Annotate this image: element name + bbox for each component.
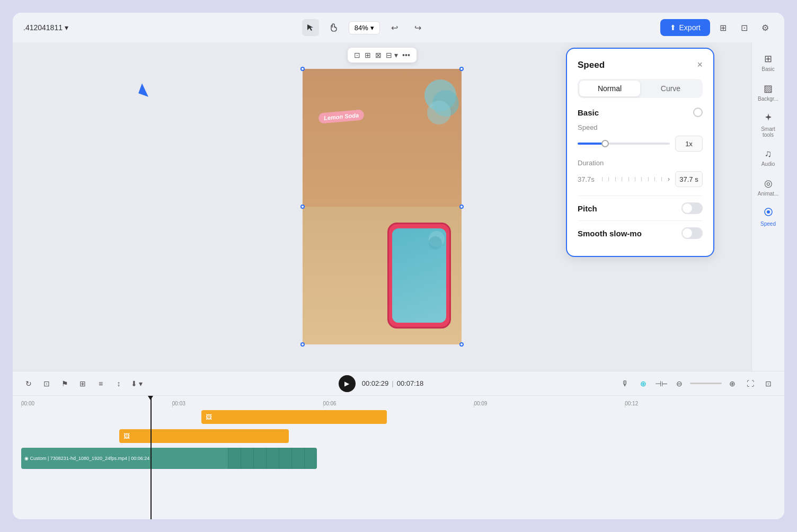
resize-handle-br[interactable]	[459, 342, 464, 347]
track-row-video: ◉ Custom | 7308231-hd_1080_1920_24fps.mp…	[21, 447, 776, 470]
speed-tabs: Normal Curve	[578, 79, 703, 98]
zoom-control[interactable]: 84% ▾	[349, 21, 380, 34]
speed-panel-title: Speed	[578, 60, 605, 70]
resize-handle-mr[interactable]	[459, 205, 464, 209]
zoom-chevron-icon: ▾	[370, 24, 374, 32]
canvas-crop-button[interactable]: ⊞	[365, 51, 371, 59]
track-clip-1[interactable]: 🖼	[201, 410, 387, 424]
duration-track[interactable]: ›	[601, 175, 671, 183]
pitch-toggle[interactable]	[681, 202, 703, 214]
video-track[interactable]: ◉ Custom | 7308231-hd_1080_1920_24fps.mp…	[21, 448, 317, 469]
resize-handle-bl[interactable]	[300, 342, 305, 347]
speed-slider-thumb[interactable]	[601, 140, 609, 147]
layout-grid-button[interactable]: ⊞	[714, 19, 731, 36]
track-rows: 🖼 🖼 ◉ Custom | 7308231-hd_1080_1920_24fp…	[21, 409, 776, 470]
canvas-area: ⊡ ⊞ ⊠ ⊟ ▾ •••	[13, 42, 751, 371]
smart-icon	[764, 112, 773, 125]
sidebar-item-animate[interactable]: ◎ Animat...	[754, 173, 783, 201]
ruler-label: 00:06	[323, 401, 336, 406]
lemon-soda-text: Lemon Soda	[324, 112, 359, 121]
sidebar-label-smart: Smart tools	[757, 126, 780, 138]
canvas-fit-button[interactable]: ⊡	[354, 51, 360, 59]
select-tool-button[interactable]	[302, 19, 319, 36]
sidebar-label-audio: Audio	[761, 161, 775, 167]
video-frame	[266, 448, 279, 469]
settings-button[interactable]: ⚙	[757, 19, 774, 36]
sidebar-item-basic[interactable]: ⊞ Basic	[754, 49, 783, 76]
speed-slider-row: 1x	[578, 136, 703, 152]
project-title[interactable]: .412041811 ▾	[23, 23, 68, 32]
duration-left-value: 37.7s	[578, 175, 597, 183]
topbar: .412041811 ▾ 84% ▾ ↩ ↪ ⬆ Export ⊞ ⊡ ⚙	[13, 13, 784, 42]
mirror-button[interactable]: ⚑	[57, 376, 72, 391]
sidebar-item-speed[interactable]: Speed	[754, 203, 783, 231]
tab-normal[interactable]: Normal	[579, 81, 640, 96]
playhead-line[interactable]	[150, 396, 152, 519]
phone-element	[387, 223, 451, 329]
duration-tick	[615, 177, 616, 181]
ai-button[interactable]: ⊕	[636, 376, 651, 391]
video-frames	[228, 448, 317, 469]
rotate-button[interactable]: ↻	[21, 376, 36, 391]
timeline-area: 00:00 00:03 00:06 00:09 00:12 🖼	[13, 396, 784, 519]
svg-point-1	[767, 210, 770, 214]
crop-button[interactable]: ⊡	[39, 376, 54, 391]
play-button[interactable]: ▶	[339, 375, 356, 392]
layout-split-button[interactable]: ⊡	[736, 19, 752, 36]
video-frame	[279, 448, 291, 469]
speed-panel-close-button[interactable]: ×	[697, 59, 703, 70]
zoom-slider[interactable]	[690, 383, 722, 384]
resize-handle-tr[interactable]	[459, 67, 464, 71]
fullscreen-button[interactable]: ⛶	[743, 376, 758, 391]
speed-subsection-label: Speed	[578, 123, 703, 131]
ruler-mark-1: 00:03	[172, 401, 323, 406]
split-button[interactable]: ⊞	[75, 376, 90, 391]
sidebar-item-smart[interactable]: Smart tools	[754, 108, 783, 142]
video-frame	[304, 448, 317, 469]
duration-arrow-icon: ›	[668, 175, 670, 183]
tab-curve[interactable]: Curve	[640, 81, 701, 96]
timeline-ruler: 00:00 00:03 00:06 00:09 00:12	[21, 396, 776, 409]
ruler-mark-0: 00:00	[21, 401, 172, 406]
ruler-label: 00:03	[172, 401, 185, 406]
hand-tool-button[interactable]	[325, 19, 342, 36]
track-row-2: 🖼	[21, 428, 776, 445]
duration-tick	[608, 177, 609, 181]
scale-button[interactable]: ↕	[111, 376, 126, 391]
canvas-mask-button[interactable]: ⊟ ▾	[386, 51, 398, 59]
canvas-more-button[interactable]: •••	[402, 51, 410, 59]
ruler-mark-4: 00:12	[625, 401, 776, 406]
video-frame	[241, 448, 253, 469]
connect-button[interactable]: ⊣⊢	[654, 376, 669, 391]
zoom-out-button[interactable]: ⊖	[672, 376, 687, 391]
export-button[interactable]: ⬆ Export	[660, 19, 710, 36]
speed-slider-track[interactable]	[578, 143, 670, 145]
basic-section-toggle[interactable]	[693, 108, 703, 117]
ruler-label: 00:00	[21, 401, 34, 406]
smooth-toggle[interactable]	[681, 227, 703, 239]
phone-screen	[392, 228, 446, 323]
undo-button[interactable]: ↩	[386, 19, 403, 36]
resize-handle-ml[interactable]	[300, 205, 305, 209]
download-button[interactable]: ⬇ ▾	[129, 376, 144, 391]
redo-button[interactable]: ↪	[410, 19, 427, 36]
duration-tick	[654, 177, 655, 181]
overlay-button[interactable]: ⊡	[761, 376, 776, 391]
total-time: 00:07:18	[397, 379, 424, 387]
track-clip-2[interactable]: 🖼	[119, 429, 289, 443]
resize-handle-tl[interactable]	[300, 67, 305, 71]
zoom-in-button[interactable]: ⊕	[725, 376, 740, 391]
ruler-label: 00:12	[625, 401, 638, 406]
duration-tick	[635, 177, 635, 181]
canvas-transform-button[interactable]: ⊠	[375, 51, 382, 59]
dropdown-chevron-icon[interactable]: ▾	[65, 23, 68, 32]
speed-panel-header: Speed ×	[578, 59, 703, 70]
sidebar-item-audio[interactable]: ♫ Audio	[754, 144, 783, 171]
main-area: ⊡ ⊞ ⊠ ⊟ ▾ •••	[13, 42, 784, 371]
mic-button[interactable]: 🎙	[618, 376, 633, 391]
speed-tool-button[interactable]: ≡	[93, 376, 108, 391]
duration-tick	[641, 177, 642, 181]
duration-right-value: 37.7 s	[675, 171, 703, 187]
sidebar-item-background[interactable]: ▨ Backgr...	[754, 78, 783, 106]
smooth-label: Smooth slow-mo	[578, 229, 642, 238]
